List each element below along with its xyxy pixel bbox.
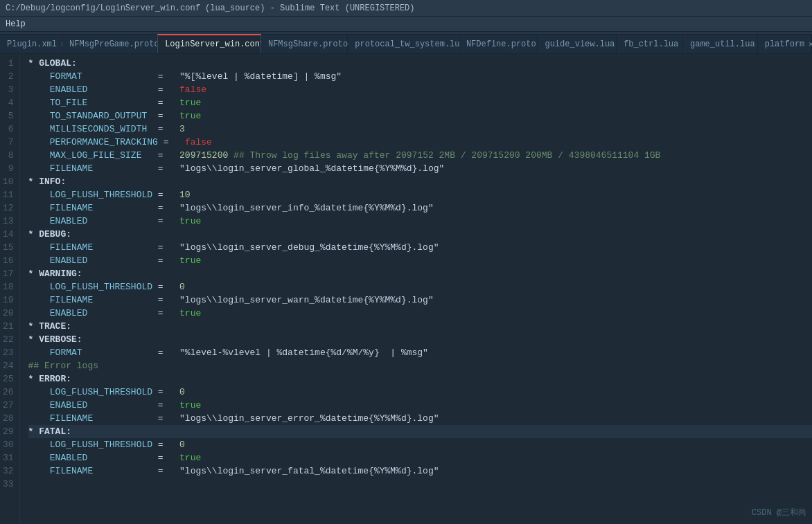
line-number: 5: [3, 109, 14, 123]
code-line: LOG_FLUSH_THRESHOLD = 0: [28, 386, 812, 399]
code-line: FILENAME = "logs\\login_server_error_%da…: [28, 412, 812, 425]
line-number: 17: [3, 267, 14, 280]
tab-nfdefine-proto[interactable]: NFDefine.proto✕: [459, 34, 538, 53]
line-number: 24: [3, 359, 14, 372]
code-content[interactable]: * GLOBAL: FORMAT = "%[%level | %datetime…: [20, 54, 812, 524]
code-line: ENABLED = true: [28, 215, 812, 228]
line-number: 4: [3, 96, 14, 109]
line-number: 10: [3, 175, 14, 188]
line-number: 18: [3, 280, 14, 293]
code-line: * INFO:: [28, 175, 812, 188]
line-number: 31: [3, 451, 14, 464]
line-number: 3: [3, 83, 14, 96]
line-number: 21: [3, 320, 14, 333]
line-number: 13: [3, 215, 14, 228]
line-number: 12: [3, 201, 14, 215]
line-number: 26: [3, 386, 14, 399]
title-text: C:/Debug/logconfig/LoginServer_win.conf …: [6, 3, 415, 13]
title-bar: C:/Debug/logconfig/LoginServer_win.conf …: [0, 0, 812, 17]
code-line: ENABLED = true: [28, 451, 812, 464]
code-line: LOG_FLUSH_THRESHOLD = 0: [28, 280, 812, 293]
tab-label: NFMsgPreGame.proto: [69, 39, 159, 49]
tab-close-icon[interactable]: ✕: [809, 39, 812, 48]
tab-platform[interactable]: platform✕: [758, 34, 812, 53]
tab-label: game_util.lua: [690, 39, 755, 49]
line-number: 2: [3, 70, 14, 83]
code-line: FILENAME = "logs\\login_server_info_%dat…: [28, 201, 812, 215]
code-line: MILLISECONDS_WIDTH = 3: [28, 123, 812, 136]
line-number: 1: [3, 57, 14, 70]
line-number: 8: [3, 149, 14, 162]
tab-label: guide_view.lua: [545, 39, 615, 49]
code-line: * TRACE:: [28, 320, 812, 333]
code-line: FILENAME = "logs\\login_server_global_%d…: [28, 162, 812, 175]
line-numbers: 1234567891011121314151617181920212223242…: [0, 54, 20, 524]
code-line: ENABLED = true: [28, 307, 812, 320]
code-line: * GLOBAL:: [28, 57, 812, 70]
tab-plugin-xml[interactable]: Plugin.xml✕: [0, 34, 62, 53]
line-number: 33: [3, 478, 14, 491]
line-number: 22: [3, 333, 14, 346]
tab-label: Plugin.xml: [7, 39, 57, 49]
line-number: 19: [3, 293, 14, 307]
tab-guide-view-lua[interactable]: guide_view.lua✕: [538, 34, 617, 53]
line-number: 15: [3, 241, 14, 254]
line-number: 11: [3, 188, 14, 201]
line-number: 14: [3, 228, 14, 241]
line-number: 7: [3, 136, 14, 149]
code-line: LOG_FLUSH_THRESHOLD = 0: [28, 438, 812, 451]
tab-label: platform: [765, 39, 805, 49]
tab-bar: Plugin.xml✕NFMsgPreGame.proto✕LoginServe…: [0, 32, 812, 54]
code-line: TO_FILE = true: [28, 96, 812, 109]
line-number: 32: [3, 464, 14, 478]
code-line: ENABLED = true: [28, 254, 812, 267]
menu-bar: Help: [0, 17, 812, 32]
line-number: 20: [3, 307, 14, 320]
code-line: * DEBUG:: [28, 228, 812, 241]
line-number: 6: [3, 123, 14, 136]
code-line: ENABLED = false: [28, 83, 812, 96]
line-number: 9: [3, 162, 14, 175]
tab-label: protocal_tw_system.lua: [355, 39, 464, 49]
watermark: CSDN @三和尚: [752, 507, 806, 518]
line-number: 27: [3, 399, 14, 412]
tab-label: NFDefine.proto: [466, 39, 536, 49]
line-number: 16: [3, 254, 14, 267]
menu-help[interactable]: Help: [6, 19, 26, 29]
code-line: * VERBOSE:: [28, 333, 812, 346]
code-line: TO_STANDARD_OUTPUT = true: [28, 109, 812, 123]
tab-label: LoginServer_win.conf: [165, 39, 265, 49]
tab-protocal-tw-system-lua[interactable]: protocal_tw_system.lua✕: [348, 34, 459, 53]
tab-nfmsgshare-proto[interactable]: NFMsgShare.proto✕: [261, 34, 348, 53]
code-line: FILENAME = "logs\\login_server_fatal_%da…: [28, 464, 812, 478]
tab-fb-ctrl-lua[interactable]: fb_ctrl.lua✕: [617, 34, 683, 53]
line-number: 30: [3, 438, 14, 451]
code-line: * ERROR:: [28, 372, 812, 386]
line-number: 23: [3, 346, 14, 359]
code-line: MAX_LOG_FILE_SIZE = 209715200 ## Throw l…: [28, 149, 812, 162]
code-line: FORMAT = "%[%level | %datetime] | %msg": [28, 70, 812, 83]
tab-label: NFMsgShare.proto: [268, 39, 348, 49]
code-line: * FATAL:: [28, 425, 812, 438]
line-number: 28: [3, 412, 14, 425]
code-line: LOG_FLUSH_THRESHOLD = 10: [28, 188, 812, 201]
code-line: ENABLED = true: [28, 399, 812, 412]
tab-nfmsgpregame-proto[interactable]: NFMsgPreGame.proto✕: [62, 34, 157, 53]
line-number: 29: [3, 425, 14, 438]
tab-loginserver-win-conf[interactable]: LoginServer_win.conf✕: [157, 34, 261, 53]
line-number: 25: [3, 372, 14, 386]
code-line: FILENAME = "logs\\login_server_warn_%dat…: [28, 293, 812, 307]
code-line: ## Error logs: [28, 359, 812, 372]
editor: 1234567891011121314151617181920212223242…: [0, 54, 812, 524]
code-line: * WARNING:: [28, 267, 812, 280]
code-line: FILENAME = "logs\\login_server_debug_%da…: [28, 241, 812, 254]
code-line: FORMAT = "%level-%vlevel | %datetime{%d/…: [28, 346, 812, 359]
tab-label: fb_ctrl.lua: [624, 39, 678, 49]
code-line: PERFORMANCE_TRACKING = false: [28, 136, 812, 149]
tab-game-util-lua[interactable]: game_util.lua✕: [683, 34, 758, 53]
